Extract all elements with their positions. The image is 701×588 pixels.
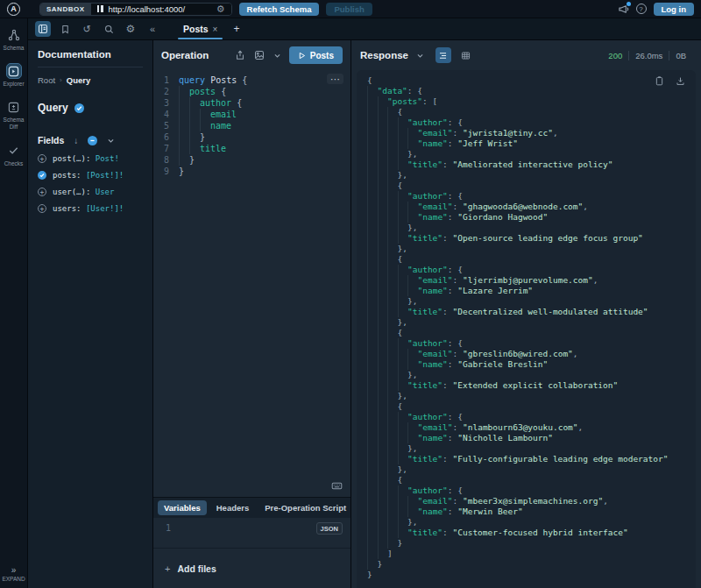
apollo-logo-letter: A bbox=[11, 4, 17, 13]
share-icon bbox=[235, 50, 245, 60]
breadcrumb-root[interactable]: Root bbox=[38, 75, 55, 85]
field-row-posts[interactable]: posts: [Post!]! bbox=[38, 171, 143, 180]
share-operation-button[interactable] bbox=[234, 49, 246, 61]
editor-more-menu-button[interactable]: ⋯ bbox=[327, 74, 343, 84]
response-line: "name": "Gabriele Breslin" bbox=[367, 359, 696, 370]
code-line: 3author { bbox=[153, 97, 350, 109]
expand-icon: » bbox=[11, 565, 17, 575]
tab-variables[interactable]: Variables bbox=[158, 500, 207, 515]
table-view-button[interactable] bbox=[458, 47, 474, 63]
expand-label: EXPAND bbox=[2, 576, 25, 583]
add-field-icon[interactable]: + bbox=[38, 204, 46, 213]
response-line: }, bbox=[367, 443, 696, 454]
response-line: { bbox=[367, 254, 696, 265]
saved-operations-button[interactable] bbox=[57, 21, 73, 37]
close-tab-icon[interactable]: × bbox=[213, 25, 218, 34]
tab-headers[interactable]: Headers bbox=[210, 500, 256, 515]
collapse-panel-button[interactable]: « bbox=[145, 21, 160, 37]
gear-icon: ⚙ bbox=[126, 23, 136, 35]
response-chevron-down-icon[interactable] bbox=[415, 51, 425, 60]
history-button[interactable]: ↺ bbox=[79, 21, 95, 37]
fields-chevron-down-icon[interactable] bbox=[107, 137, 115, 145]
field-name: user(…): bbox=[53, 188, 90, 196]
help-button[interactable]: ? bbox=[636, 4, 647, 14]
endpoint-url-bar[interactable]: http://localhost:4000/ ⚙ bbox=[91, 4, 231, 15]
nav-item-schema-diff[interactable]: Schema Diff bbox=[0, 99, 27, 131]
schema-graph-icon bbox=[8, 29, 20, 41]
field-row-users[interactable]: + users: [User!]! bbox=[38, 204, 143, 213]
response-line: } bbox=[367, 538, 696, 549]
response-line: "data": { bbox=[367, 86, 696, 96]
documentation-panel: Documentation Root › Query Query Fields … bbox=[28, 40, 153, 588]
field-name: users: bbox=[53, 204, 81, 213]
keyboard-shortcuts-button[interactable] bbox=[331, 480, 343, 492]
table-view-icon bbox=[461, 51, 471, 60]
refetch-schema-button[interactable]: Refetch Schema bbox=[239, 3, 320, 16]
variables-editor[interactable]: 1 JSON bbox=[153, 518, 350, 548]
response-line: }, bbox=[367, 170, 696, 181]
play-icon bbox=[298, 52, 306, 60]
nav-item-checks[interactable]: Checks bbox=[0, 143, 27, 167]
sandbox-badge: SANDBOX bbox=[40, 4, 91, 15]
field-type[interactable]: User bbox=[96, 188, 115, 196]
save-chevron-down-icon[interactable] bbox=[273, 51, 282, 60]
tree-view-icon bbox=[438, 51, 448, 60]
code-line: 2posts { bbox=[153, 86, 350, 97]
add-field-icon[interactable]: + bbox=[38, 154, 46, 163]
response-line: "name": "Nicholle Lambourn" bbox=[367, 433, 696, 443]
deselect-all-icon[interactable] bbox=[88, 136, 97, 145]
new-tab-button[interactable]: + bbox=[226, 18, 246, 39]
response-line: "email": "ghagwooda6@webnode.com", bbox=[367, 202, 696, 212]
run-operation-button[interactable]: Posts bbox=[289, 46, 343, 64]
response-line: { bbox=[367, 107, 696, 117]
response-line: "title": "Extended explicit collaboratio… bbox=[367, 380, 696, 391]
response-line: "email": "mbeer3x@simplemachines.org", bbox=[367, 496, 696, 507]
keyboard-icon bbox=[331, 480, 343, 492]
save-operation-button[interactable] bbox=[253, 49, 266, 61]
login-button[interactable]: Log in bbox=[654, 3, 695, 16]
code-line: 5name bbox=[153, 120, 350, 131]
field-row-user[interactable]: + user(…): User bbox=[38, 188, 143, 196]
add-field-icon[interactable]: + bbox=[38, 188, 46, 196]
field-type[interactable]: Post! bbox=[96, 154, 119, 163]
field-row-post[interactable]: + post(…): Post! bbox=[38, 154, 143, 163]
operation-editor[interactable]: 1query Posts {2posts {3author {4email5na… bbox=[153, 70, 350, 497]
explorer-icon bbox=[8, 66, 19, 77]
field-name: post(…): bbox=[53, 154, 90, 163]
left-nav-rail: Schema Explorer Schema Diff Checks » EXP… bbox=[0, 18, 28, 588]
announcements-button[interactable] bbox=[618, 4, 629, 15]
pause-icon[interactable] bbox=[97, 5, 103, 12]
operation-panel: Operation Posts bbox=[153, 40, 351, 588]
response-line: }, bbox=[367, 464, 696, 475]
settings-button[interactable]: ⚙ bbox=[123, 21, 138, 37]
endpoint-url[interactable]: http://localhost:4000/ bbox=[109, 4, 211, 14]
expand-rail-button[interactable]: » EXPAND bbox=[2, 565, 25, 583]
sort-fields-icon[interactable]: ↓ bbox=[74, 136, 78, 145]
download-icon bbox=[676, 76, 685, 86]
endpoint-settings-gear-icon[interactable]: ⚙ bbox=[216, 4, 225, 14]
publish-button[interactable]: Publish bbox=[326, 3, 372, 16]
nav-item-schema[interactable]: Schema bbox=[0, 27, 27, 52]
save-icon bbox=[254, 50, 265, 60]
response-header: Response 200 26.0ms 0B bbox=[351, 40, 701, 70]
operations-panel-button[interactable] bbox=[35, 21, 51, 37]
field-type[interactable]: [User!]! bbox=[86, 204, 124, 213]
response-size: 0B bbox=[669, 51, 692, 60]
copy-response-button[interactable] bbox=[654, 75, 665, 87]
download-response-button[interactable] bbox=[675, 75, 686, 87]
tree-view-button[interactable] bbox=[435, 47, 451, 63]
tab-pre-operation-script[interactable]: Pre-Operation Script bbox=[258, 500, 350, 515]
nav-item-explorer[interactable]: Explorer bbox=[0, 63, 27, 88]
help-icon: ? bbox=[639, 5, 642, 13]
search-button[interactable] bbox=[101, 21, 117, 37]
collapse-icon: « bbox=[150, 24, 155, 34]
apollo-logo[interactable]: A bbox=[7, 3, 20, 16]
field-selected-check-icon[interactable] bbox=[38, 171, 46, 180]
add-files-button[interactable]: + Add files bbox=[165, 563, 216, 574]
field-type[interactable]: [Post!]! bbox=[86, 171, 124, 180]
operation-tab-posts[interactable]: Posts × bbox=[174, 18, 226, 39]
type-selected-check-icon[interactable] bbox=[74, 103, 84, 113]
add-files-label: Add files bbox=[177, 563, 216, 574]
response-body[interactable]: {"data": {"posts": [{"author": {"email":… bbox=[357, 70, 696, 588]
main-area: Schema Explorer Schema Diff Checks » EXP… bbox=[0, 18, 701, 588]
